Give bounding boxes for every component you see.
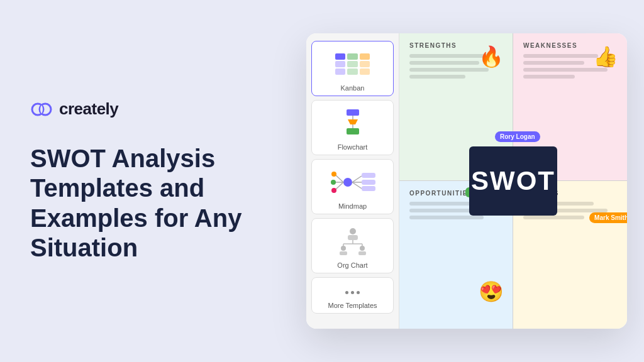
creately-logo-icon [30, 102, 53, 117]
svg-rect-21 [348, 235, 358, 240]
strengths-emoji: 🔥 [479, 45, 504, 69]
svg-rect-19 [362, 186, 375, 191]
weaknesses-emoji: 👍 [593, 45, 618, 69]
template-kanban[interactable]: Kanban [311, 41, 394, 96]
mindmap-label: Mindmap [316, 202, 389, 210]
flowchart-label: Flowchart [316, 143, 389, 151]
mark-user-badge: Mark Smith [589, 212, 627, 223]
svg-rect-26 [340, 251, 347, 255]
kanban-label: Kanban [316, 84, 389, 92]
logo: creately [30, 99, 259, 119]
template-orgchart[interactable]: Org Chart [311, 218, 394, 273]
svg-rect-17 [362, 180, 375, 185]
svg-line-14 [352, 176, 362, 182]
svg-rect-15 [362, 173, 375, 178]
template-flowchart[interactable]: Flowchart [311, 100, 394, 155]
opportunities-emoji: 😍 [479, 280, 504, 304]
svg-point-9 [331, 172, 336, 177]
flowchart-icon [334, 108, 372, 138]
swot-grid: STRENGTHS 🔥 WEAKNESSES 👍 [399, 33, 627, 329]
template-more[interactable]: More Templates [311, 277, 394, 314]
svg-marker-4 [348, 119, 358, 124]
kanban-icon [335, 53, 370, 75]
template-mindmap[interactable]: Mindmap [311, 159, 394, 214]
svg-line-8 [335, 175, 343, 182]
svg-rect-6 [347, 128, 359, 134]
orgchart-label: Org Chart [316, 261, 389, 269]
svg-rect-2 [347, 109, 359, 116]
svg-point-25 [341, 246, 346, 251]
page-headline: SWOT Analysis Templates and Examples for… [30, 144, 259, 263]
right-panel: Kanban Flowchart [289, 0, 644, 362]
left-panel: creately SWOT Analysis Templates and Exa… [0, 69, 289, 293]
svg-point-20 [350, 228, 356, 234]
swot-overlay: SWOT [469, 146, 557, 216]
more-templates-label: More Templates [316, 302, 389, 309]
more-dots-icon [316, 283, 389, 302]
rory-user-badge: Rory Logan [495, 131, 540, 142]
logo-text: creately [59, 99, 118, 119]
svg-line-18 [352, 182, 362, 189]
mindmap-icon [328, 168, 378, 196]
svg-line-12 [335, 182, 343, 190]
svg-point-7 [343, 178, 352, 187]
svg-point-28 [360, 246, 365, 251]
ui-demo-card: Kanban Flowchart [306, 33, 627, 329]
svg-point-13 [331, 188, 336, 193]
template-sidebar: Kanban Flowchart [306, 33, 399, 329]
orgchart-icon [334, 226, 372, 256]
svg-point-11 [331, 180, 336, 185]
svg-rect-29 [358, 251, 366, 255]
